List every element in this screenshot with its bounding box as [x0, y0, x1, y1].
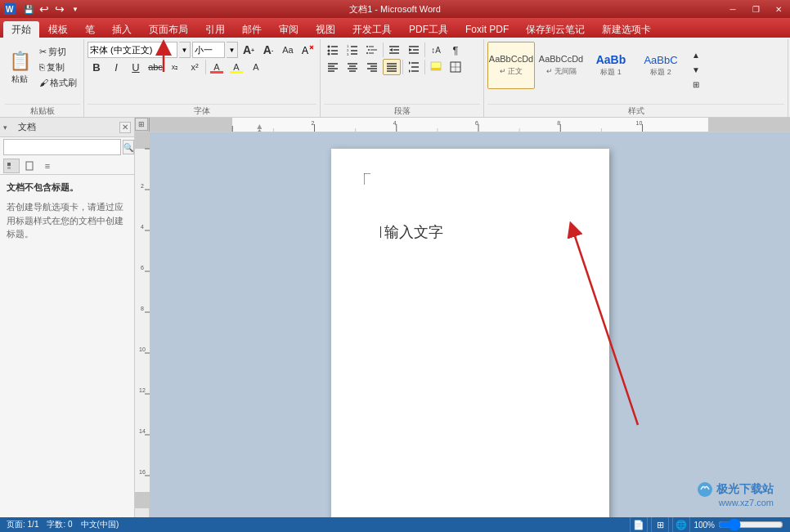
styles-scroll-down[interactable]: ▼ — [687, 63, 705, 76]
copy-button[interactable]: ⎘ 复制 — [36, 60, 80, 74]
line-spacing-button[interactable] — [405, 59, 423, 75]
font-name-arrow[interactable]: ▼ — [179, 42, 191, 58]
italic-button[interactable]: I — [107, 59, 125, 75]
underline-button[interactable]: U — [127, 59, 145, 75]
tab-home[interactable]: 开始 — [3, 21, 39, 38]
document-content[interactable]: 输入文字 — [380, 222, 577, 242]
ribbon-toolbar: 📋 粘贴 ✂ 剪切 ⎘ 复制 🖌 格式刷 粘贴板 — [0, 38, 790, 118]
view-print-btn[interactable]: 📄 — [630, 516, 648, 532]
styles-scroll-up[interactable]: ▲ — [687, 48, 705, 61]
tab-cloud[interactable]: 保存到云笔记 — [518, 21, 593, 38]
style-normal-label: 正文 — [508, 66, 523, 77]
shrink-font-button[interactable]: A- — [259, 42, 277, 58]
minimize-btn[interactable]: ─ — [721, 0, 744, 18]
copy-icon: ⎘ — [39, 62, 45, 72]
format-painter-button[interactable]: 🖌 格式刷 — [36, 75, 80, 90]
cut-button[interactable]: ✂ 剪切 — [36, 44, 80, 59]
svg-point-17 — [366, 46, 368, 47]
change-case-button[interactable]: Aa — [279, 42, 297, 58]
view-web-btn[interactable]: 🌐 — [672, 516, 690, 532]
svg-point-21 — [366, 52, 368, 54]
border-button[interactable] — [447, 59, 465, 75]
shading-button[interactable] — [427, 59, 445, 75]
tab-review[interactable]: 审阅 — [271, 21, 307, 38]
svg-text:A: A — [302, 45, 308, 56]
text-highlight-button[interactable]: A — [208, 59, 226, 75]
align-right-button[interactable] — [363, 59, 381, 75]
align-left-button[interactable] — [324, 59, 342, 75]
font-size-dropdown[interactable]: 小一 — [192, 42, 225, 58]
nav-collapse-btn[interactable]: ▾ — [3, 123, 15, 132]
nav-search-button[interactable]: 🔍 — [123, 140, 134, 154]
numbering-button[interactable]: 1.2.3. — [343, 42, 361, 58]
page-container[interactable]: 输入文字 极光下载站 www.xz7.com — [150, 132, 790, 517]
font-group: 宋体 (中文正文) ▼ 小一 ▼ A+ A- Aa A B I U abc — [84, 39, 321, 117]
style-heading2[interactable]: AaBbC 标题 2 — [637, 42, 685, 89]
style-normal[interactable]: AaBbCcDd ↵ 正文 — [487, 42, 535, 89]
multilevel-list-button[interactable] — [363, 42, 381, 58]
nav-panel-close[interactable]: ✕ — [119, 122, 131, 133]
svg-rect-58 — [7, 167, 11, 169]
style-normal-preview: AaBbCcDd — [489, 54, 533, 64]
tab-pdf-tools[interactable]: PDF工具 — [401, 21, 456, 38]
subscript-button[interactable]: x₂ — [166, 59, 184, 75]
nav-header-btns: ✕ — [119, 122, 131, 133]
save-quick-btn[interactable]: 💾 — [22, 2, 35, 16]
font-name-dropdown[interactable]: 宋体 (中文正文) — [88, 42, 177, 58]
styles-more[interactable]: ⊞ — [687, 78, 705, 91]
nav-search-input[interactable] — [3, 139, 121, 155]
paste-button[interactable]: 📋 粘贴 — [5, 44, 34, 92]
tab-new[interactable]: 新建选项卡 — [594, 21, 659, 38]
align-center-button[interactable] — [343, 59, 361, 75]
tab-developer[interactable]: 开发工具 — [344, 21, 400, 38]
svg-text:2: 2 — [141, 183, 144, 189]
nav-results-btn[interactable]: ≡ — [39, 159, 56, 173]
show-marks-button[interactable]: ¶ — [447, 42, 465, 58]
restore-btn[interactable]: ❐ — [744, 0, 767, 18]
font-size-arrow[interactable]: ▼ — [227, 42, 238, 58]
tab-foxit[interactable]: Foxit PDF — [457, 21, 517, 38]
clipboard-label: 粘贴板 — [5, 104, 80, 117]
zoom-slider[interactable] — [718, 518, 783, 531]
svg-rect-61 — [150, 118, 232, 132]
sort-button[interactable]: ↕A — [427, 42, 445, 58]
undo-quick-btn[interactable]: ↩ — [38, 2, 51, 16]
close-btn[interactable]: ✕ — [767, 0, 790, 18]
text-effects-button[interactable]: A — [247, 59, 265, 75]
styles-group: AaBbCcDd ↵ 正文 AaBbCcDd ↵ 无间隔 AaBb 标题 1 — [484, 39, 788, 117]
tab-template[interactable]: 模板 — [40, 21, 76, 38]
grow-font-button[interactable]: A+ — [240, 42, 258, 58]
clear-format-button[interactable]: A — [298, 42, 316, 58]
cursor-area — [364, 173, 374, 185]
decrease-indent-button[interactable] — [385, 42, 403, 58]
nav-headings-btn[interactable] — [3, 159, 20, 173]
tab-mail[interactable]: 邮件 — [234, 21, 270, 38]
tab-layout[interactable]: 页面布局 — [141, 21, 196, 38]
document-page[interactable]: 输入文字 — [331, 149, 609, 517]
redo-quick-btn[interactable]: ↪ — [53, 2, 66, 16]
strikethrough-button[interactable]: abc — [146, 59, 164, 75]
justify-button[interactable] — [383, 59, 401, 75]
tab-view[interactable]: 视图 — [307, 21, 343, 38]
tab-insert[interactable]: 插入 — [104, 21, 140, 38]
tab-references[interactable]: 引用 — [197, 21, 233, 38]
nav-hint-text: 若创建导航选项卡，请通过应用标题样式在您的文档中创建标题。 — [7, 200, 128, 241]
word-icon: W — [3, 2, 16, 16]
svg-point-7 — [328, 50, 330, 52]
nav-pages-btn[interactable] — [21, 159, 38, 173]
ruler-corner-icon[interactable]: ⊞ — [135, 118, 148, 131]
paste-icon: 📋 — [9, 51, 31, 72]
bullets-button[interactable] — [324, 42, 342, 58]
svg-text:16: 16 — [139, 469, 146, 475]
increase-indent-button[interactable] — [405, 42, 423, 58]
bold-button[interactable]: B — [88, 59, 105, 75]
style-nospace[interactable]: AaBbCcDd ↵ 无间隔 — [537, 42, 585, 89]
nav-panel-header: ▾ 文档 ✕ — [0, 118, 134, 137]
customize-quick-btn[interactable]: ▼ — [69, 2, 82, 16]
view-fullscreen-btn[interactable]: ⊞ — [651, 516, 669, 532]
style-heading1[interactable]: AaBb 标题 1 — [587, 42, 635, 89]
svg-text:6: 6 — [141, 265, 144, 270]
tab-pen[interactable]: 笔 — [77, 21, 103, 38]
font-color-button[interactable]: A — [227, 59, 245, 75]
superscript-button[interactable]: x² — [186, 59, 204, 75]
